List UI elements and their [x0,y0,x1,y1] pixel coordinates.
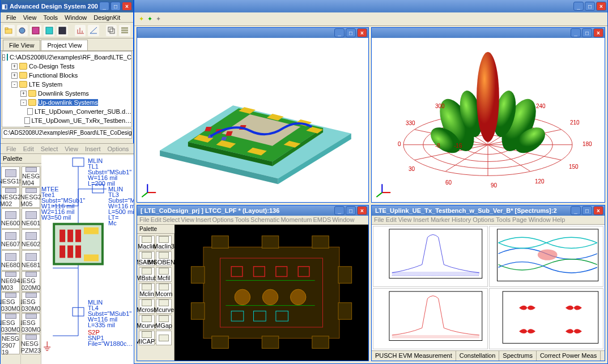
sp-tab-evm[interactable]: PUSCH EVM Measurement [372,351,456,361]
layout-palette-button[interactable]: MSOBEND [156,251,172,266]
tab-project-view[interactable]: Project View [41,40,88,50]
palette-button[interactable]: NESG2 M02 [1,187,20,208]
sp-menu-marker[interactable]: Marker [431,216,450,224]
tree-item[interactable]: LTE_UpDown_UE_TxRx_Testben… [2,116,131,125]
sp-menu-insert[interactable]: Insert [413,216,429,224]
tree-toggle-icon[interactable]: + [20,91,27,97]
chart-constellation[interactable] [489,288,604,349]
layout-palette-button[interactable]: Mclin [139,283,155,298]
layout-palette-button[interactable]: MICAP1 [139,331,155,345]
palette-button[interactable]: NE681 [22,250,40,271]
tree-item[interactable]: +Downlink Systems [2,89,131,98]
layout-palette-button[interactable]: Mcfil [156,267,172,282]
pane3d-close-button[interactable]: × [357,28,367,37]
pane3d-maximize-button[interactable]: □ [346,28,356,37]
tree-toggle-icon[interactable]: + [11,72,18,79]
schem-menu-view[interactable]: View [61,145,82,153]
palette-button[interactable]: NE600 [1,208,20,229]
sp-tab-lo[interactable]: LO an… [601,351,605,361]
tool-cascade-icon[interactable] [105,24,118,37]
outer-maximize-button[interactable]: □ [585,2,595,11]
schem-menu-edit[interactable]: Edit [20,145,37,153]
tree-toggle-icon[interactable]: + [11,63,18,70]
layout-close-button[interactable]: × [357,206,367,215]
pane3d-titlebar[interactable]: _ □ × [137,28,368,38]
close-button[interactable]: × [122,2,132,11]
outer-minimize-button[interactable]: _ [573,2,584,11]
tree-item[interactable]: -LTE System [2,80,131,89]
layout-palette-button[interactable]: Mcurve [156,299,172,314]
sp-tab-constellation[interactable]: Constellation [456,351,500,361]
palette-button[interactable]: NE601 [22,208,40,229]
tool-view-icon[interactable] [16,24,29,37]
spectrum-close-button[interactable]: × [593,206,603,215]
menu-window[interactable]: Window [61,14,90,22]
spectrum-minimize-button[interactable]: _ [571,206,581,215]
palette-button[interactable]: NE607 [1,229,20,250]
schem-menu-insert[interactable]: Insert [82,145,104,153]
tree-root[interactable]: - C:\ADS2008U2\examples\RF_Board\LTE_CoD… [2,53,131,62]
minimize-button[interactable]: _ [99,2,109,11]
sp-menu-edit[interactable]: Edit [386,216,397,224]
sp-menu-history[interactable]: History [452,216,471,224]
lay-menu-window[interactable]: Window [332,216,354,224]
palette-button[interactable]: NE680 [1,250,20,271]
pattern-minimize-button[interactable]: _ [571,28,581,37]
layout-palette-button[interactable]: Mcorn [156,283,172,298]
palette-button[interactable]: NESG2 M05 [22,187,40,208]
sp-menu-help[interactable]: Help [552,216,566,224]
lay-menu-options[interactable]: Options [212,216,233,224]
sp-menu-page[interactable]: Page [512,216,527,224]
pattern-titlebar[interactable]: _ □ × [372,28,605,38]
lay-menu-edit[interactable]: Edit [151,216,161,224]
tree-toggle-icon[interactable]: - [2,54,5,61]
tool-open-icon[interactable] [3,24,15,37]
sp-menu-window[interactable]: Window [529,216,551,224]
palette-button[interactable]: NE602 [22,229,40,250]
chart-spectrum-blue[interactable] [373,226,488,287]
lay-menu-momentum[interactable]: Momentum [280,216,312,224]
palette-button[interactable]: NESG 3030M04 [22,313,40,333]
palette-button[interactable]: NESG M04 [22,166,40,187]
menu-designkit[interactable]: DesignKit [90,14,124,22]
tree-item[interactable]: LTE_UpDown_Converter_SUB.d… [2,107,131,116]
layout-palette-button[interactable]: Mcurve [139,315,155,329]
sp-menu-file[interactable]: File [374,216,384,224]
palette-button[interactable]: NESG 3030M05 [1,313,20,333]
schem-menu-options[interactable]: Options [104,145,132,153]
tool-cyan-icon[interactable] [43,24,56,37]
layout-maximize-button[interactable]: □ [346,206,356,215]
tool-dark-icon[interactable] [56,24,69,37]
tool-stack-icon[interactable] [118,24,131,37]
layout-palette-button[interactable]: Maclin [139,235,155,250]
menu-tools[interactable]: Tools [40,14,61,22]
layout-palette-button[interactable]: Mcroso [139,299,155,314]
chart-eye-diagram[interactable] [489,226,604,287]
schem-menu-file[interactable]: File [3,145,20,153]
outer-close-button[interactable]: × [596,2,606,11]
sp-tab-spectrums[interactable]: Spectrums [499,351,537,361]
layout-canvas[interactable] [175,225,368,361]
sp-menu-options[interactable]: Options [473,216,494,224]
tree-item[interactable]: +Co-Design Tests [2,62,131,71]
palette-button[interactable]: NE694 M03 [1,271,20,292]
palette-button[interactable]: NESG19 [1,166,20,187]
tree-toggle-icon[interactable]: - [11,82,18,88]
menu-file[interactable]: File [3,14,20,22]
tree-item[interactable]: -Up-downlink Systems [2,98,131,107]
layout-palette-button[interactable]: MBstub [139,267,155,282]
lay-menu-insert[interactable]: Insert [195,216,211,224]
project-tree[interactable]: - C:\ADS2008U2\examples\RF_Board\LTE_CoD… [2,51,132,127]
lay-menu-schematic[interactable]: Schematic [250,216,279,224]
pane3d-canvas[interactable] [137,38,368,202]
tb-star3-icon[interactable]: ✦ [156,15,161,23]
tree-item[interactable]: +Functional Blocks [2,71,131,80]
tree-item[interactable]: LTE_UpDown_UE_TxRx_Testben… [2,125,131,127]
layout-minimize-button[interactable]: _ [334,206,345,215]
palette-button[interactable]: NESG 2020M05 [22,271,40,292]
layout-palette-button[interactable]: Maclin3 [156,235,172,250]
pattern-maximize-button[interactable]: □ [582,28,592,37]
pattern-canvas[interactable]: 0 30 60 90 120 150 180 210 240 300 330 -… [372,38,605,202]
maximize-button[interactable]: □ [110,2,121,11]
spectrum-maximize-button[interactable]: □ [582,206,592,215]
